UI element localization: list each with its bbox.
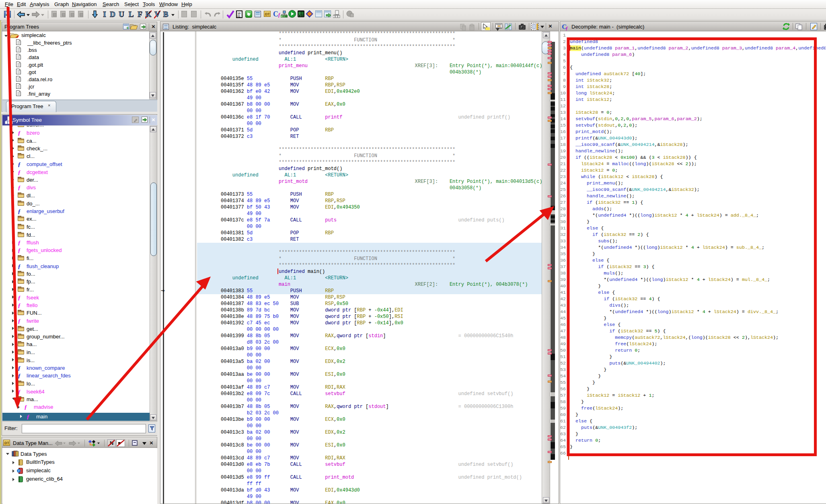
svg-text:f: f — [566, 25, 568, 31]
